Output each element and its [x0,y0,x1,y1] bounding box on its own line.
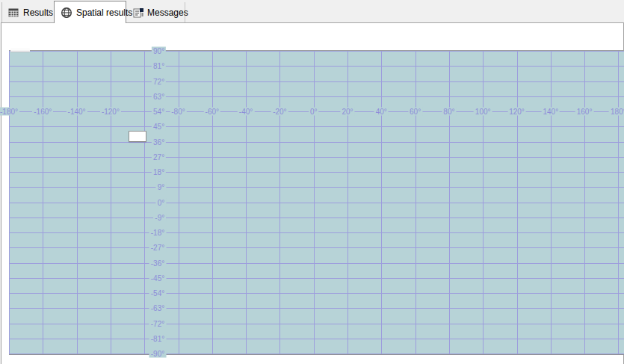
longitude-label: -120° [100,108,121,116]
longitude-label: 40° [374,108,389,116]
latitude-gridline [9,232,624,233]
latitude-label: 0° [156,198,167,206]
latitude-label: 18° [152,168,166,176]
tab-messages[interactable]: Messages [128,2,185,22]
latitude-label: 45° [152,123,166,131]
latitude-gridline [9,142,624,143]
latitude-gridline [9,157,624,158]
longitude-label: -40° [238,108,254,116]
white-rectangle-geometry[interactable] [129,131,146,142]
table-icon [7,7,19,19]
latitude-gridline [9,126,624,127]
longitude-label: -180° [0,108,19,116]
latitude-label: -90° [149,350,166,358]
longitude-label: 180° [609,108,624,116]
latitude-label: -63° [149,304,166,312]
latitude-label: 9° [156,183,167,191]
longitude-label: 120° [507,108,526,116]
latitude-gridline [9,263,624,264]
north-edge-sliver[interactable] [10,48,30,52]
tab-spatial-results-label: Spatial results [76,7,132,18]
latitude-label: 90° [152,47,166,55]
tab-messages-label: Messages [147,7,188,18]
latitude-gridline [9,203,624,203]
spatial-results-pane: Results Spatial results [0,0,624,364]
latitude-label: -45° [149,274,166,282]
latitude-label: -81° [149,334,166,342]
latitude-gridline [9,172,624,173]
latitude-label: 81° [152,62,166,70]
longitude-label: 140° [541,108,560,116]
longitude-label: -160° [32,108,53,116]
longitude-label: 60° [408,108,422,116]
latitude-label: -9° [153,213,166,221]
longitude-label: -60° [204,108,220,116]
tab-spatial-results[interactable]: Spatial results [54,1,126,23]
latitude-label: -72° [149,319,166,327]
globe-icon [61,7,72,19]
latitude-label: 63° [152,92,166,100]
latitude-gridline [9,278,624,279]
latitude-label: -54° [149,289,166,297]
latitude-label: 72° [152,77,166,85]
longitude-label: -140° [67,108,87,116]
tab-results-label: Results [23,7,53,18]
longitude-label: 100° [474,108,492,116]
latitude-gridline [9,293,624,294]
latitude-gridline [9,66,624,67]
latitude-label: 27° [152,152,166,161]
latitude-label: -36° [149,259,166,267]
longitude-label: 80° [442,108,456,116]
results-tab-bar: Results Spatial results [0,0,624,22]
spatial-map[interactable]: -180°-160°-140°-120°-80°-60°-40°-20°0°20… [9,50,624,355]
latitude-gridline [9,339,624,339]
longitude-label: -20° [271,108,288,116]
latitude-gridline [9,354,624,354]
latitude-label: 54° [152,108,166,116]
latitude-label: 36° [152,138,166,146]
latitude-gridline [9,81,624,82]
latitude-label: -27° [149,244,166,252]
latitude-gridline [9,218,624,218]
latitude-gridline [9,96,624,97]
latitude-gridline [9,308,624,309]
latitude-label: -18° [149,229,166,237]
longitude-label: 160° [575,108,594,116]
tab-results[interactable]: Results [1,2,54,22]
latitude-gridline [9,51,624,52]
latitude-gridline [9,324,624,324]
messages-icon [132,7,144,19]
latitude-gridline [9,247,624,248]
longitude-label: 0° [309,108,319,116]
latitude-gridline [9,187,624,188]
longitude-label: 20° [340,108,354,116]
longitude-label: -80° [170,108,186,116]
